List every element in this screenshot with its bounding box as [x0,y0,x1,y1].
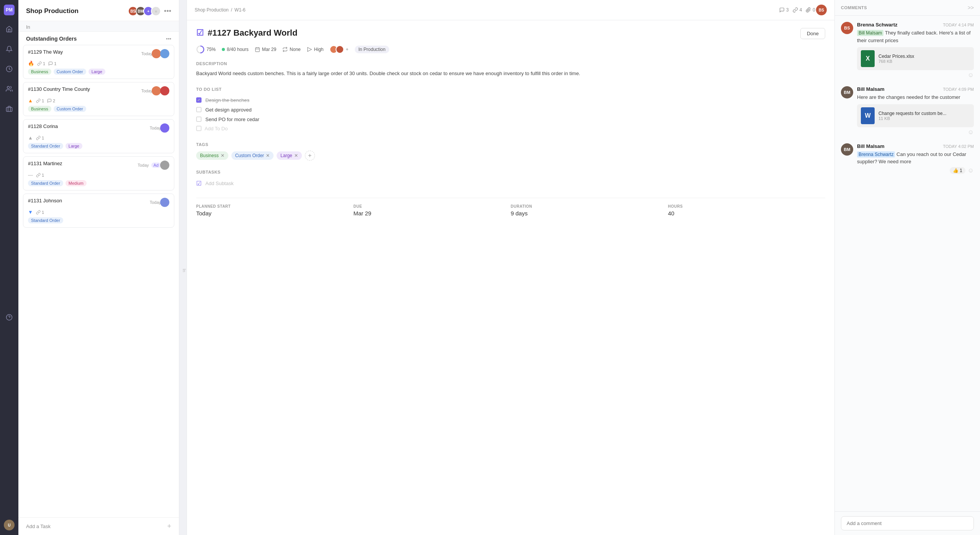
comment-time: TODAY 4:14 PM [943,23,974,27]
todo-checkbox-empty[interactable] [196,117,202,122]
comment-text: Here are the changes needed for the cust… [857,94,974,101]
due-date-meta[interactable]: Mar 29 [255,47,276,52]
todo-checkbox-done[interactable]: ✓ [196,97,202,103]
header-comments-icon[interactable]: 3 [779,7,789,13]
task-item[interactable]: #1130 Country Time County Today ▲ 1 2 [23,82,174,116]
emoji-reaction-button[interactable]: ☺ [968,167,974,174]
detail-content: ☑ #1127 Backyard World Done 75% 8/40 hou… [187,20,834,535]
link-count: 1 [37,61,45,66]
detail-header: Shop Production / W1-6 3 4 0 BS [187,0,834,20]
task-list: #1129 The Way Today 🔥 1 1 B [18,45,179,517]
task-tag: Business [28,106,51,112]
repeat-meta[interactable]: None [282,47,301,52]
subtasks-section-title: SUBTASKS [196,170,825,174]
status-meta[interactable]: In Production [355,46,390,53]
attachment[interactable]: W Change requests for custom be... 11 KB [857,104,974,127]
task-tag: Business [28,69,51,75]
task-tag: Standard Order [28,143,63,149]
task-title: #1131 Johnson [28,198,62,203]
link-count: 1 [36,173,44,177]
detail-assignee-avatar: BS [816,5,827,15]
sidebar-avatar-group: BS BM + ○ [128,6,161,16]
remove-tag-large[interactable]: ✕ [294,153,298,158]
hours-meta[interactable]: 8/40 hours [222,47,249,52]
hours-col: HOURS 40 [668,204,826,217]
app-logo[interactable]: PM [4,5,15,15]
nav-clock-icon[interactable] [3,63,15,75]
nav-home-icon[interactable] [3,23,15,35]
detail-meta: 75% 8/40 hours Mar 29 None High [196,45,825,54]
comment-author: Bill Malsam [857,86,885,92]
attachment-info: Cedar Prices.xlsx 768 KB [878,54,914,64]
remove-tag-business[interactable]: ✕ [221,153,225,158]
detail-footer: PLANNED START Today DUE Mar 29 DURATION … [196,198,825,217]
add-tag-button[interactable]: + [305,151,315,161]
task-item[interactable]: #1131 Martinez Today Ad — 1 Standard Ord… [23,156,174,190]
task-item[interactable]: #1128 Corina Today ▲ 1 Standard Order La… [23,119,174,153]
nav-bell-icon[interactable] [3,43,15,55]
task-avatar [160,86,169,95]
todo-checkbox-empty[interactable] [196,107,202,112]
remove-tag-custom[interactable]: ✕ [266,153,270,158]
add-task-plus-icon: + [167,522,171,530]
breadcrumb-w16[interactable]: W1-6 [234,7,246,13]
nav-briefcase-icon[interactable] [3,103,15,115]
todo-item[interactable]: Send PO for more cedar [196,115,825,124]
comment-time: TODAY 4:02 PM [943,144,974,149]
nav-users-icon[interactable] [3,83,15,95]
comment-avatar: BM [841,143,853,156]
task-tag: Medium [66,180,87,186]
assignee-avatar [336,45,344,54]
task-tag: Custom Order [54,106,86,112]
mention-tag: Bill Malsam [857,30,883,36]
attachment-info: Change requests for custom be... 11 KB [878,111,946,121]
task-title: #1130 Country Time County [28,86,90,92]
emoji-reaction-button[interactable]: ☺ [857,70,974,79]
breadcrumb: Shop Production / W1-6 [195,7,246,13]
task-title: #1128 Corina [28,123,58,129]
tag-chip-custom[interactable]: Custom Order ✕ [231,151,274,160]
todo-text: Get design approved [205,107,252,113]
comment-time: TODAY 4:09 PM [943,87,974,92]
attachment-word-icon: W [861,107,875,124]
task-item[interactable]: #1129 The Way Today 🔥 1 1 B [23,45,174,79]
user-avatar-nav[interactable]: U [4,520,15,530]
tag-chip-large[interactable]: Large ✕ [277,151,302,160]
assignees-meta[interactable]: + [329,45,348,54]
todo-item[interactable]: Get design approved [196,105,825,115]
planned-start-col: PLANNED START Today [196,204,354,217]
expand-panel-icon[interactable]: >> [968,5,974,11]
comment-input[interactable] [841,516,974,530]
add-subtask-button[interactable]: ☑ Add Subtask [196,178,825,189]
nav-help-icon[interactable] [3,311,15,323]
header-links-icon[interactable]: 4 [793,7,802,13]
header-attach-icon[interactable]: 0 [806,7,815,13]
attachment-excel-icon: X [861,50,875,67]
done-button[interactable]: Done [800,28,825,39]
list-options-icon[interactable]: ••• [166,36,171,42]
priority-flag-icon [307,47,312,52]
subtasks-section: SUBTASKS ☑ Add Subtask [196,170,825,189]
tag-chip-business[interactable]: Business ✕ [196,151,228,160]
attachment-size: 11 KB [878,116,946,121]
task-title: #1129 The Way [28,49,63,55]
link-count: 1 [36,210,44,215]
add-todo-area[interactable]: Add To Do [196,124,825,133]
link-count: 1 [36,136,44,140]
breadcrumb-shop[interactable]: Shop Production [195,7,229,13]
comment-item: BM Bill Malsam TODAY 4:09 PM Here are th… [841,86,974,136]
add-task-button[interactable]: Add a Task + [18,517,179,535]
comment-item: BM Bill Malsam TODAY 4:02 PM Brenna Schw… [841,143,974,174]
attachment[interactable]: X Cedar Prices.xlsx 768 KB [857,47,974,70]
add-assignee-button[interactable]: + [346,47,348,52]
priority-meta[interactable]: High [307,47,324,52]
priority-up-icon: ▲ [28,98,33,103]
sidebar-more-button[interactable]: ••• [164,7,171,15]
progress-meta[interactable]: 75% [196,45,216,54]
collapsed-label: In [182,269,187,272]
task-item[interactable]: #1131 Johnson Today ▼ 1 Standard Order [23,194,174,228]
emoji-reaction-button[interactable]: ☺ [857,127,974,136]
todo-item[interactable]: ✓ Design the benches [196,95,825,105]
detail-header-icons: 3 4 0 BS [779,5,827,15]
thumbsup-reaction[interactable]: 👍 1 [950,167,965,174]
